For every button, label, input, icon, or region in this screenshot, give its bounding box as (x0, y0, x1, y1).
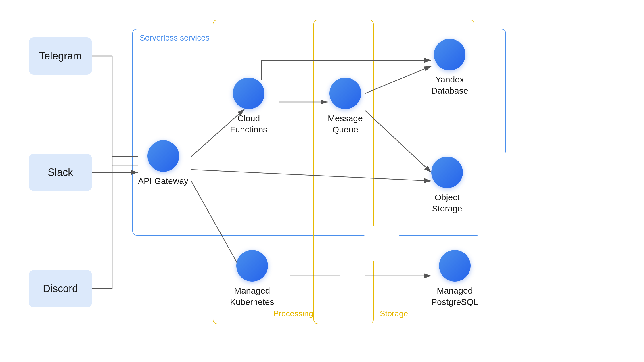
discord-label: Discord (43, 283, 78, 295)
node-managed-kubernetes: Managed Kubernetes (230, 250, 274, 307)
node-yandex-database: Yandex Database (431, 39, 468, 96)
node-managed-postgresql: Managed PostgreSQL (431, 250, 478, 307)
cloud-functions-icon: {ƒ} (233, 78, 264, 109)
node-cloud-functions: {ƒ} Cloud Functions (230, 78, 267, 135)
object-storage-icon (431, 157, 463, 188)
yandex-database-icon (434, 39, 465, 70)
diagram-container: Serverless services Processing Storage (0, 0, 644, 362)
node-telegram: Telegram (29, 37, 92, 75)
node-api-gateway: API Gateway (138, 140, 188, 186)
node-discord: Discord (29, 270, 92, 307)
managed-kubernetes-icon (236, 250, 268, 282)
node-slack: Slack (29, 154, 92, 191)
slack-label: Slack (48, 166, 73, 178)
node-object-storage: Object Storage (431, 157, 463, 214)
telegram-label: Telegram (39, 50, 82, 62)
managed-postgresql-icon (439, 250, 471, 282)
message-queue-icon (329, 78, 361, 109)
api-gateway-icon (147, 140, 179, 172)
node-message-queue: Message Queue (328, 78, 363, 135)
